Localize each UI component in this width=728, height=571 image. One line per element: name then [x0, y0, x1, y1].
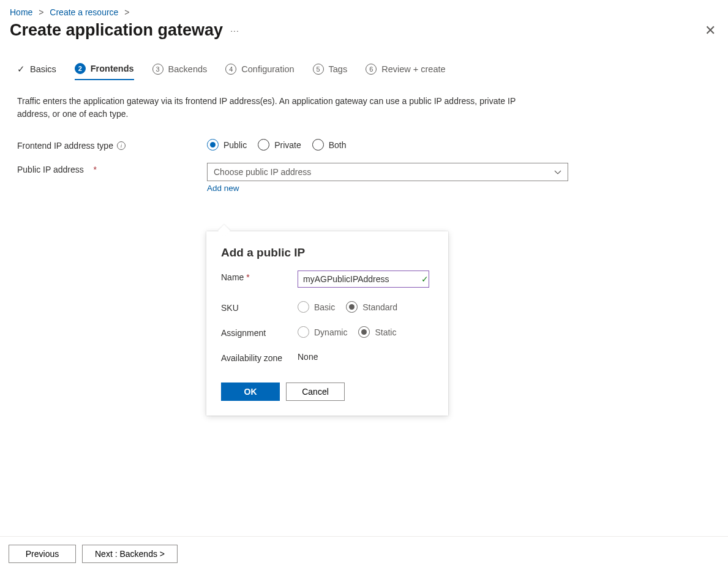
add-new-link[interactable]: Add new: [207, 181, 568, 193]
tab-backends[interactable]: 3 Backends: [152, 64, 208, 80]
frontend-ip-type-label: Frontend IP address type i: [17, 139, 207, 151]
radio-assignment-static: Static: [358, 326, 396, 338]
tab-label: Frontends: [91, 64, 134, 73]
public-ip-select[interactable]: Choose public IP address: [207, 163, 568, 181]
ok-button[interactable]: OK: [221, 383, 280, 401]
breadcrumb: Home > Create a resource >: [0, 0, 728, 17]
frontend-ip-type-group: Public Private Both: [207, 139, 347, 151]
name-label: Name *: [221, 271, 298, 282]
tab-configuration[interactable]: 4 Configuration: [225, 64, 294, 80]
cancel-button[interactable]: Cancel: [286, 383, 345, 401]
select-placeholder: Choose public IP address: [214, 167, 311, 177]
info-icon[interactable]: i: [117, 141, 126, 150]
radio-assignment-dynamic: Dynamic: [298, 326, 347, 338]
breadcrumb-create-resource[interactable]: Create a resource: [50, 7, 118, 17]
tab-review[interactable]: 6 Review + create: [366, 64, 445, 80]
close-icon[interactable]: ✕: [705, 23, 716, 39]
step-number-icon: 3: [152, 64, 163, 75]
radio-both[interactable]: Both: [312, 139, 347, 151]
radio-sku-standard: Standard: [346, 301, 397, 313]
tab-tags[interactable]: 5 Tags: [313, 64, 348, 80]
more-actions-icon[interactable]: ···: [230, 26, 239, 35]
step-number-icon: 4: [225, 64, 236, 75]
form-area: Frontend IP address type i Public Privat…: [0, 121, 728, 193]
breadcrumb-separator: >: [39, 7, 43, 17]
tab-frontends[interactable]: 2 Frontends: [75, 63, 134, 80]
sku-label: SKU: [221, 301, 298, 313]
page-header: Create application gateway ··· ✕: [0, 17, 728, 40]
radio-public[interactable]: Public: [207, 139, 247, 151]
step-number-icon: 2: [75, 63, 86, 74]
tab-description: Traffic enters the application gateway v…: [0, 80, 539, 121]
tab-label: Review + create: [381, 64, 445, 74]
tab-label: Configuration: [241, 64, 294, 74]
tab-label: Basics: [30, 64, 56, 74]
checkmark-icon: ✓: [17, 64, 25, 75]
wizard-footer: Previous Next : Backends >: [0, 536, 728, 571]
breadcrumb-separator: >: [124, 7, 129, 17]
page-title: Create application gateway: [10, 21, 223, 40]
radio-private[interactable]: Private: [258, 139, 301, 151]
step-number-icon: 5: [313, 64, 324, 75]
valid-check-icon: ✓: [421, 274, 429, 284]
breadcrumb-home[interactable]: Home: [10, 7, 32, 17]
name-input[interactable]: [298, 271, 429, 288]
availability-zone-value: None: [298, 351, 318, 362]
tab-basics[interactable]: ✓ Basics: [17, 64, 56, 80]
step-number-icon: 6: [366, 64, 377, 75]
chevron-down-icon: [554, 170, 561, 174]
previous-button[interactable]: Previous: [9, 545, 76, 563]
assignment-label: Assignment: [221, 326, 298, 338]
tab-label: Backends: [168, 64, 208, 74]
add-public-ip-callout: Add a public IP Name * ✓ SKU Basic Stand…: [206, 231, 448, 416]
radio-sku-basic: Basic: [298, 301, 335, 313]
public-ip-label: Public IP address *: [17, 163, 207, 174]
tab-label: Tags: [329, 64, 348, 74]
next-button[interactable]: Next : Backends >: [82, 545, 178, 563]
availability-zone-label: Availability zone: [221, 351, 298, 363]
wizard-tabs: ✓ Basics 2 Frontends 3 Backends 4 Config…: [0, 40, 728, 80]
callout-title: Add a public IP: [221, 246, 433, 259]
